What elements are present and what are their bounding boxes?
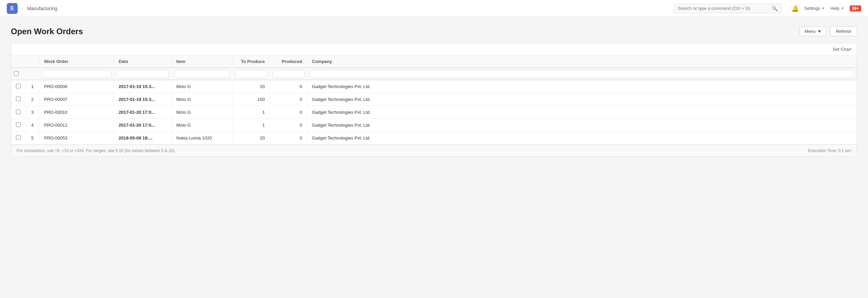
filter-work-order-cell[interactable]	[39, 68, 114, 80]
row-item: Moto G	[172, 106, 233, 119]
row-date: 2017-01-19 15:3...	[114, 80, 172, 93]
work-orders-table-container: Set Chart Work Order Date Item To Produc…	[11, 43, 857, 157]
search-icon: 🔍	[772, 6, 777, 11]
row-produced: 0	[270, 80, 307, 93]
row-checkbox-cell[interactable]	[11, 93, 26, 106]
row-date: 2017-01-19 15:3...	[114, 93, 172, 106]
row-work-order: PRO-00006	[39, 80, 114, 93]
row-checkbox[interactable]	[16, 135, 21, 140]
row-item: Moto G	[172, 119, 233, 132]
table-row[interactable]: 4 PRO-00011 2017-01-20 17:0... Moto G 1 …	[11, 119, 857, 132]
settings-menu[interactable]: Settings ▼	[804, 6, 825, 11]
help-dropdown-arrow: ▼	[841, 6, 844, 10]
row-to-produce: 100	[233, 93, 270, 106]
app-icon[interactable]: E	[7, 3, 18, 14]
row-company: Gadget Technologies Pvt. Ltd.	[307, 132, 857, 145]
filter-item-input[interactable]	[174, 70, 230, 78]
top-navigation: E › Manufacturing 🔍 🔔 Settings ▼ Help ▼ …	[0, 0, 868, 17]
row-date: 2018-05-09 18:...	[114, 132, 172, 145]
row-produced: 0	[270, 119, 307, 132]
filter-checkbox-cell[interactable]	[11, 68, 26, 80]
search-input[interactable]	[678, 6, 769, 11]
page-header: Open Work Orders Menu ▼ Refresh	[0, 17, 868, 43]
header-actions: Menu ▼ Refresh	[800, 26, 857, 36]
notifications-icon[interactable]: 🔔	[791, 5, 799, 12]
execution-time: Execution Time: 0.1 sec	[808, 148, 851, 153]
filter-produced-input[interactable]	[273, 70, 304, 78]
row-number: 2	[26, 93, 39, 106]
row-checkbox-cell[interactable]	[11, 80, 26, 93]
table-row[interactable]: 5 PRO-00053 2018-05-09 18:... Nokia Lumi…	[11, 132, 857, 145]
work-orders-table: Work Order Date Item To Produce Produced…	[11, 56, 857, 145]
row-number: 5	[26, 132, 39, 145]
row-checkbox[interactable]	[16, 84, 21, 88]
filter-work-order-input[interactable]	[42, 70, 111, 78]
row-item: Nokia Lumia 1020	[172, 132, 233, 145]
row-checkbox[interactable]	[16, 97, 21, 101]
row-work-order: PRO-00053	[39, 132, 114, 145]
filter-num-cell	[26, 68, 39, 80]
header-work-order: Work Order	[39, 56, 114, 68]
filter-date-cell[interactable]	[114, 68, 172, 80]
row-company: Gadget Technologies Pvt. Ltd.	[307, 93, 857, 106]
row-date: 2017-01-20 17:0...	[114, 106, 172, 119]
row-item: Moto G	[172, 80, 233, 93]
search-bar[interactable]: 🔍	[673, 4, 782, 13]
header-produced: Produced	[270, 56, 307, 68]
row-company: Gadget Technologies Pvt. Ltd.	[307, 80, 857, 93]
select-all-checkbox[interactable]	[14, 71, 19, 76]
menu-button[interactable]: Menu ▼	[800, 26, 827, 36]
notifications-badge[interactable]: 99+	[850, 5, 861, 12]
row-number: 1	[26, 80, 39, 93]
header-date: Date	[114, 56, 172, 68]
header-item: Item	[172, 56, 233, 68]
header-company: Company	[307, 56, 857, 68]
table-row[interactable]: 2 PRO-00007 2017-01-19 15:3... Moto G 10…	[11, 93, 857, 106]
set-chart-button[interactable]: Set Chart	[833, 47, 851, 52]
row-company: Gadget Technologies Pvt. Ltd.	[307, 119, 857, 132]
table-row[interactable]: 3 PRO-00010 2017-01-20 17:0... Moto G 1 …	[11, 106, 857, 119]
row-checkbox[interactable]	[16, 109, 21, 114]
header-checkbox-col	[11, 56, 26, 68]
help-menu[interactable]: Help ▼	[830, 6, 844, 11]
row-checkbox-cell[interactable]	[11, 119, 26, 132]
refresh-button[interactable]: Refresh	[830, 26, 857, 36]
menu-dropdown-arrow: ▼	[817, 29, 822, 34]
filter-to-produce-cell[interactable]	[233, 68, 270, 80]
filter-company-cell[interactable]	[307, 68, 857, 80]
row-work-order: PRO-00007	[39, 93, 114, 106]
page-title: Open Work Orders	[11, 27, 800, 36]
row-to-produce: 20	[233, 80, 270, 93]
row-checkbox[interactable]	[16, 122, 21, 127]
header-to-produce: To Produce	[233, 56, 270, 68]
row-to-produce: 1	[233, 106, 270, 119]
module-name: Manufacturing	[27, 6, 57, 11]
nav-right-section: 🔔 Settings ▼ Help ▼ 99+	[791, 5, 861, 12]
row-work-order: PRO-00011	[39, 119, 114, 132]
row-produced: 0	[270, 132, 307, 145]
breadcrumb-separator: ›	[22, 6, 23, 11]
row-work-order: PRO-00010	[39, 106, 114, 119]
header-row-num-col	[26, 56, 39, 68]
row-checkbox-cell[interactable]	[11, 132, 26, 145]
filter-item-cell[interactable]	[172, 68, 233, 80]
filter-row	[11, 68, 857, 80]
row-to-produce: 20	[233, 132, 270, 145]
row-checkbox-cell[interactable]	[11, 106, 26, 119]
row-date: 2017-01-20 17:0...	[114, 119, 172, 132]
row-to-produce: 1	[233, 119, 270, 132]
settings-dropdown-arrow: ▼	[822, 6, 825, 10]
table-header-row: Work Order Date Item To Produce Produced…	[11, 56, 857, 68]
footer-hint: For comparison, use >5, <10 or =324. For…	[17, 148, 176, 153]
row-produced: 0	[270, 106, 307, 119]
filter-date-input[interactable]	[117, 70, 169, 78]
table-footer: For comparison, use >5, <10 or =324. For…	[11, 145, 857, 156]
row-number: 3	[26, 106, 39, 119]
set-chart-bar: Set Chart	[11, 43, 857, 56]
filter-produced-cell[interactable]	[270, 68, 307, 80]
table-row[interactable]: 1 PRO-00006 2017-01-19 15:3... Moto G 20…	[11, 80, 857, 93]
filter-to-produce-input[interactable]	[235, 70, 267, 78]
filter-company-input[interactable]	[310, 70, 854, 78]
table-body: 1 PRO-00006 2017-01-19 15:3... Moto G 20…	[11, 80, 857, 145]
row-number: 4	[26, 119, 39, 132]
